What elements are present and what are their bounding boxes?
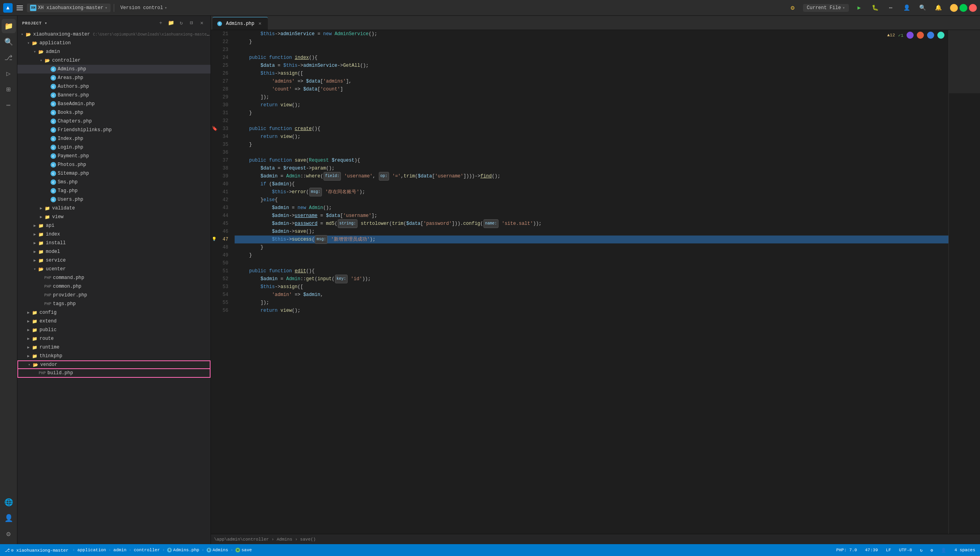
tree-item-admins-php[interactable]: C Admins.php [17, 65, 211, 74]
tree-item-chapters-php[interactable]: C Chapters.php [17, 117, 211, 126]
workspace-selector[interactable]: XH XH xiaohuanxiong-master ▾ [27, 4, 111, 12]
position-item[interactable]: 47:39 [863, 545, 880, 555]
tree-item-baseadmin-php[interactable]: C BaseAdmin.php [17, 100, 211, 108]
tree-item-controller[interactable]: ▾ 📂 controller [17, 56, 211, 65]
activity-search[interactable]: 🔍 [2, 35, 16, 49]
activity-explorer[interactable]: 📁 [2, 19, 16, 33]
code-content[interactable]: $this->adminService = new AdminService()… [235, 30, 948, 534]
tab-bar: C Admins.php ✕ [211, 16, 980, 30]
tree-item-install[interactable]: ▶ 📁 install [17, 239, 211, 247]
tree-item-command-php[interactable]: PHP command.php [17, 273, 211, 282]
tree-item-tag-php[interactable]: C Tag.php [17, 187, 211, 195]
new-file-icon[interactable]: + [157, 19, 165, 27]
indent-spaces-item[interactable]: 4 spaces [953, 545, 977, 555]
tree-item-photos-php[interactable]: C Photos.php [17, 160, 211, 169]
close-sidebar-icon[interactable]: ✕ [198, 19, 206, 27]
tree-item-sms-php[interactable]: C Sms.php [17, 178, 211, 187]
tree-item-login-php[interactable]: C Login.php [17, 143, 211, 152]
new-folder-icon[interactable]: 📁 [167, 19, 175, 27]
color-dot-purple[interactable] [907, 32, 914, 39]
run-button[interactable]: ▶ [854, 2, 865, 13]
folder-icon: 📂 [44, 57, 51, 64]
tree-item-runtime[interactable]: ▶ 📁 runtime [17, 343, 211, 352]
tree-item-route[interactable]: ▶ 📁 route [17, 334, 211, 343]
tree-item-common-php[interactable]: PHP common.php [17, 282, 211, 291]
tree-item-friendshiplinks-php[interactable]: C Friendshiplinks.php [17, 126, 211, 134]
indent-item[interactable]: ↻ [918, 545, 924, 555]
color-dot-red[interactable] [917, 32, 924, 39]
tree-item-validate[interactable]: ▶ 📁 validate [17, 204, 211, 213]
minimize-button[interactable]: — [950, 4, 958, 12]
tree-item-areas-php[interactable]: C Areas.php [17, 74, 211, 82]
tab-close-button[interactable]: ✕ [257, 21, 263, 27]
tree-item-index[interactable]: ▶ 📁 index [17, 230, 211, 239]
line-26: 26 [211, 70, 231, 77]
tree-item-model[interactable]: ▶ 📁 model [17, 247, 211, 256]
file-tree[interactable]: ▾ 📂 xiaohuanxiong-master C:\Users\opiump… [17, 30, 211, 544]
tree-item-admin[interactable]: ▾ 📂 admin [17, 47, 211, 56]
debug-icon[interactable]: 🐛 [869, 2, 880, 13]
tree-item-ucenter[interactable]: ▾ 📂 ucenter [17, 265, 211, 273]
menu-icon[interactable] [16, 4, 24, 12]
folder-icon: 📁 [38, 240, 44, 246]
line-ending-item[interactable]: LF [884, 545, 893, 555]
tree-item-provider-php[interactable]: PHP provider.php [17, 291, 211, 300]
tree-item-thinkphp[interactable]: ▶ 📁 thinkphp [17, 352, 211, 360]
tree-root[interactable]: ▾ 📂 xiaohuanxiong-master C:\Users\opiump… [17, 30, 211, 39]
settings-item[interactable]: ⚙ [929, 545, 935, 555]
tree-item-config[interactable]: ▶ 📁 config [17, 308, 211, 317]
tree-item-tags-php[interactable]: PHP tags.php [17, 300, 211, 308]
tree-item-service[interactable]: ▶ 📁 service [17, 256, 211, 265]
refresh-icon[interactable]: ↻ [177, 19, 185, 27]
activity-account[interactable]: 👤 [2, 511, 16, 525]
folder-icon: 📁 [38, 222, 44, 229]
folder-icon: 📂 [38, 49, 44, 55]
tree-item-payment-php[interactable]: C Payment.php [17, 152, 211, 160]
tree-item-books-php[interactable]: C Books.php [17, 108, 211, 117]
php-version-item[interactable]: PHP: 7.0 [835, 545, 859, 555]
git-branch-item[interactable]: ⎇ ⊙ xiaohuanxiong-master [3, 545, 70, 555]
search-icon[interactable]: 🔍 [917, 2, 928, 13]
notifications-icon[interactable]: 🔔 [933, 2, 944, 13]
file-label: BaseAdmin.php [58, 101, 211, 107]
activity-vcs[interactable]: ⎇ [2, 51, 16, 65]
color-dot-blue[interactable] [927, 32, 934, 39]
tree-item-index-php[interactable]: C Index.php [17, 134, 211, 143]
tree-item-api[interactable]: ▶ 📁 api [17, 221, 211, 230]
main-content: 📁 🔍 ⎇ ▷ ⊞ ⋯ 🌐 👤 ⚙ Project ▾ + 📁 ↻ ⊟ ✕ [0, 16, 980, 544]
folder-icon: 📁 [32, 327, 38, 333]
tab-label: Admins.php [226, 21, 254, 26]
tab-admins-php[interactable]: C Admins.php ✕ [213, 17, 268, 30]
close-button[interactable]: ✕ [969, 4, 977, 12]
folder-icon: 📁 [32, 344, 38, 351]
expand-icon: ▶ [25, 353, 32, 359]
user-item[interactable]: 👤 [939, 545, 948, 555]
collapse-all-icon[interactable]: ⊟ [188, 19, 196, 27]
encoding-item[interactable]: UTF-8 [897, 545, 914, 555]
tree-item-build-php[interactable]: PHP build.php [17, 369, 211, 378]
folder-icon: 📁 [32, 318, 38, 324]
tree-item-application[interactable]: ▾ 📂 application [17, 39, 211, 47]
activity-remote[interactable]: 🌐 [2, 495, 16, 509]
current-file-selector[interactable]: Current File ▾ [803, 4, 849, 12]
php-file-icon: C [51, 119, 56, 124]
tree-item-authors-php[interactable]: C Authors.php [17, 82, 211, 91]
version-control-menu[interactable]: Version control ▾ [117, 4, 170, 12]
maximize-button[interactable]: □ [959, 4, 967, 12]
tree-item-banners-php[interactable]: C Banners.php [17, 91, 211, 100]
account-icon[interactable]: 👤 [901, 2, 912, 13]
line-23: 23 [211, 46, 231, 54]
settings-gear-icon[interactable]: ⚙ [787, 2, 798, 13]
activity-more[interactable]: ⋯ [2, 98, 16, 112]
color-dot-teal[interactable] [937, 32, 944, 39]
tree-item-vendor[interactable]: ▾ 📂 vendor [17, 360, 211, 369]
tree-item-public[interactable]: ▶ 📁 public [17, 326, 211, 334]
tree-item-sitemap-php[interactable]: C Sitemap.php [17, 169, 211, 178]
tree-item-extend[interactable]: ▶ 📁 extend [17, 317, 211, 326]
tree-item-users-php[interactable]: C Users.php [17, 195, 211, 204]
activity-extensions[interactable]: ⊞ [2, 82, 16, 96]
activity-run[interactable]: ▷ [2, 66, 16, 81]
more-actions-icon[interactable]: ⋯ [885, 2, 896, 13]
tree-item-view[interactable]: ▶ 📁 view [17, 213, 211, 221]
activity-settings[interactable]: ⚙ [2, 527, 16, 541]
